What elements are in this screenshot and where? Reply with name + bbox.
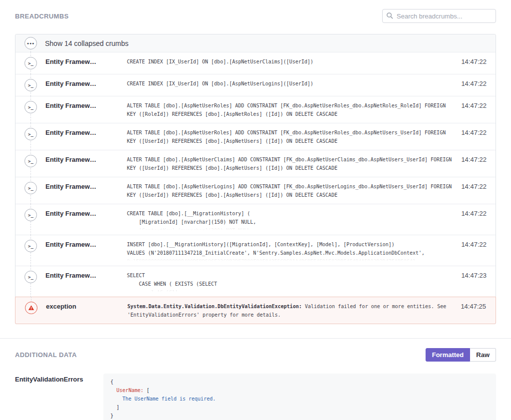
crumb-message: ALTER TABLE [dbo].[AspNetUserClaims] ADD… <box>127 155 454 172</box>
crumb-message: CREATE TABLE [dbo].[__MigrationHistory] … <box>127 209 454 230</box>
timeline-connector: >_ <box>24 79 45 91</box>
crumb-type-icon: >_ <box>24 155 37 167</box>
crumb-timestamp: 14:47:22 <box>459 128 487 136</box>
crumb-timestamp: 14:47:22 <box>459 101 487 109</box>
breadcrumbs-header: BREADCRUMBS <box>0 0 511 23</box>
timeline-connector: >_ <box>25 302 46 319</box>
crumb-timestamp: 14:47:22 <box>459 240 487 248</box>
crumb-type-icon: >_ <box>25 302 37 314</box>
crumb-type-icon: >_ <box>24 57 37 69</box>
view-toggle: Formatted Raw <box>426 348 496 362</box>
ellipsis-icon: ●●● <box>24 37 37 49</box>
crumb-type-icon: >_ <box>24 271 37 283</box>
terminal-icon: >_ <box>28 83 33 88</box>
timeline-connector: >_ <box>24 209 45 230</box>
crumb-message: System.Data.Entity.Validation.DbEntityVa… <box>127 302 453 319</box>
timeline-connector: >_ <box>24 128 45 145</box>
timeline-connector: >_ <box>24 240 45 261</box>
crumb-timestamp: 14:47:22 <box>459 182 487 190</box>
crumb-message: INSERT [dbo].[__MigrationHistory]([Migra… <box>127 240 454 261</box>
additional-data-header: ADDITIONAL DATA Formatted Raw <box>15 348 496 362</box>
section-divider <box>0 338 511 339</box>
breadcrumb-row: >_ Entity Framew… ALTER TABLE [dbo].[Asp… <box>15 177 496 204</box>
entry-key: EntityValidationErrors <box>15 374 103 420</box>
crumb-type-icon: >_ <box>24 101 37 113</box>
crumb-message: SELECT CASE WHEN ( EXISTS (SELECT 1 AS [… <box>127 271 454 292</box>
crumb-timestamp: 14:47:22 <box>459 155 487 163</box>
breadcrumbs-search <box>382 9 496 23</box>
crumb-category: Entity Framew… <box>45 128 127 136</box>
additional-data-title: ADDITIONAL DATA <box>15 351 77 359</box>
entry-value-code-block: { UserName: [ The UserName field is requ… <box>103 374 496 420</box>
terminal-icon: >_ <box>28 213 33 218</box>
warning-triangle-icon <box>28 305 34 311</box>
crumb-timestamp: 14:47:23 <box>459 271 487 279</box>
crumb-message: CREATE INDEX [IX_UserId] ON [dbo].[AspNe… <box>127 57 454 66</box>
breadcrumb-row: >_ Entity Framew… ALTER TABLE [dbo].[Asp… <box>15 96 496 123</box>
crumb-category: Entity Framew… <box>45 240 127 248</box>
terminal-icon: >_ <box>28 105 33 110</box>
breadcrumb-row: >_ Entity Framew… SELECT CASE WHEN ( EXI… <box>15 266 496 297</box>
crumb-timestamp: 14:47:25 <box>458 302 486 310</box>
formatted-button[interactable]: Formatted <box>426 348 471 362</box>
crumb-message: ALTER TABLE [dbo].[AspNetUserLogins] ADD… <box>127 182 454 199</box>
terminal-icon: >_ <box>28 61 33 66</box>
breadcrumbs-title: BREADCRUMBS <box>15 12 69 20</box>
crumb-type-icon: >_ <box>24 240 37 252</box>
crumb-category: Entity Framew… <box>45 182 127 190</box>
crumb-timestamp: 14:47:22 <box>459 209 487 217</box>
event-detail-page: BREADCRUMBS ●●● Show 14 collapsed crumbs… <box>0 0 511 420</box>
crumb-category: Entity Framew… <box>45 209 127 217</box>
timeline-connector: >_ <box>24 155 45 172</box>
breadcrumb-list: >_ Entity Framew… CREATE INDEX [IX_UserI… <box>15 52 496 324</box>
timeline-connector: >_ <box>24 271 45 292</box>
crumb-category: exception <box>46 302 127 310</box>
crumb-message: ALTER TABLE [dbo].[AspNetUserRoles] ADD … <box>127 128 454 145</box>
breadcrumbs-panel: ●●● Show 14 collapsed crumbs >_ Entity F… <box>15 34 496 324</box>
terminal-icon: >_ <box>28 186 33 191</box>
timeline-connector: ●●● <box>24 37 36 49</box>
crumb-category: Entity Framew… <box>45 271 127 279</box>
breadcrumb-row: >_ Entity Framew… ALTER TABLE [dbo].[Asp… <box>15 123 496 150</box>
crumb-message: ALTER TABLE [dbo].[AspNetUserRoles] ADD … <box>127 101 454 118</box>
breadcrumb-row: >_ Entity Framew… CREATE INDEX [IX_UserI… <box>15 52 496 74</box>
breadcrumb-row: >_ Entity Framew… CREATE TABLE [dbo].[__… <box>15 204 496 235</box>
collapsed-crumbs-label: Show 14 collapsed crumbs <box>45 39 128 47</box>
terminal-icon: >_ <box>28 132 33 137</box>
breadcrumb-row: >_ Entity Framew… INSERT [dbo].[__Migrat… <box>15 235 496 266</box>
breadcrumb-row: >_ Entity Framew… ALTER TABLE [dbo].[Asp… <box>15 150 496 177</box>
additional-data-entry: EntityValidationErrors { UserName: [ The… <box>15 374 496 420</box>
timeline-connector: >_ <box>24 182 45 199</box>
crumb-type-icon: >_ <box>24 128 37 140</box>
terminal-icon: >_ <box>28 275 33 280</box>
breadcrumb-row-exception: >_ exception System.Data.Entity.Validati… <box>15 297 496 324</box>
timeline-connector: >_ <box>24 101 45 118</box>
crumb-category: Entity Framew… <box>45 101 127 109</box>
terminal-icon: >_ <box>28 159 33 164</box>
crumb-type-icon: >_ <box>24 79 37 91</box>
crumb-category: Entity Framew… <box>45 79 127 87</box>
crumb-timestamp: 14:47:22 <box>459 57 487 65</box>
crumb-type-icon: >_ <box>24 182 37 194</box>
search-icon <box>386 12 394 19</box>
crumb-timestamp: 14:47:22 <box>459 79 487 87</box>
crumb-category: Entity Framew… <box>45 57 127 65</box>
crumb-category: Entity Framew… <box>45 155 127 163</box>
raw-button[interactable]: Raw <box>470 348 496 362</box>
crumb-type-icon: >_ <box>24 209 37 221</box>
crumb-message: CREATE INDEX [IX_UserId] ON [dbo].[AspNe… <box>127 79 454 88</box>
additional-data-entries: EntityValidationErrors { UserName: [ The… <box>0 374 511 420</box>
search-input[interactable] <box>382 9 496 23</box>
timeline-connector: >_ <box>24 57 45 69</box>
breadcrumb-row: >_ Entity Framew… CREATE INDEX [IX_UserI… <box>15 74 496 96</box>
terminal-icon: >_ <box>28 244 33 249</box>
show-collapsed-crumbs-button[interactable]: ●●● Show 14 collapsed crumbs <box>15 34 496 52</box>
